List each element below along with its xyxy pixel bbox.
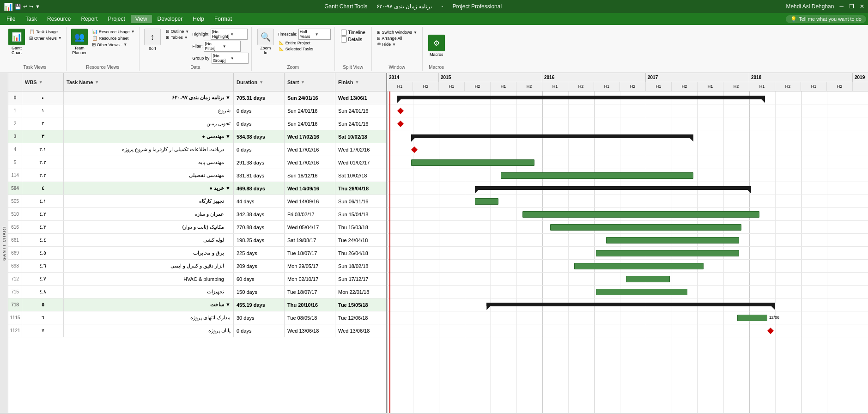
timeline-halves: H1H2H1H2H1H2H1H2H1H2H1H2H1H2H1H2H1H2 [387,82,868,91]
close-btn[interactable]: ✕ [860,3,864,10]
task-row[interactable]: 510 ٤.۲ عمران و سازه 342.38 days Fri 03/… [8,208,386,221]
task-name-header[interactable]: Task Name ▼ [64,73,234,91]
task-row[interactable]: 718 ٥ ▼ ساخت 455.19 days Thu 20/10/16 Tu… [8,298,386,311]
timeline-year: 2019 [853,73,868,82]
task-row[interactable]: 4 ۳.۱ دریافت اطلاعات تکمیلی از کارفرما و… [8,143,386,156]
ribbon-resource-views: 👥 TeamPlanner 📊 Resource Usage ▼ 📋 Resou… [67,27,140,71]
gantt-bar-row [387,247,868,260]
entire-project-btn[interactable]: 📐 Entire Project [278,40,331,46]
task-row[interactable]: 5 ۳.۲ مهندسی پایه 291.38 days Wed 17/02/… [8,156,386,169]
gantt-chart-btn[interactable]: 📊 GanttChart [6,28,27,56]
finish-header[interactable]: Finish ▼ [335,73,386,91]
timescale-combo[interactable]: Half Years▼ [298,29,331,40]
menu-view[interactable]: View [131,15,152,23]
finish-cell: Sun 15/04/18 [335,208,386,220]
finish-cell: Sun 18/02/18 [335,260,386,272]
menu-file[interactable]: File [2,15,20,23]
gantt-bar-row [387,298,868,311]
timeline-check[interactable]: Timeline [341,30,365,36]
menu-report[interactable]: Report [76,15,102,23]
resource-usage-btn[interactable]: 📊 Resource Usage ▼ [91,29,136,35]
gantt-bar-row [387,234,868,247]
row-number: 718 [8,298,22,311]
wbs-header[interactable]: WBS ▼ [22,73,64,91]
gantt-bar-row [387,130,868,143]
menu-task[interactable]: Task [21,15,42,23]
groupby-combo[interactable]: [No Group]▼ [212,53,249,64]
duration-cell: 455.19 days [234,298,285,311]
menu-resource[interactable]: Resource [42,15,75,23]
ribbon-data: ↕ Sort ⊟ Outline ▼ ⊞ Tables ▼ Highlight: [140,27,252,71]
row-number: 712 [8,273,22,285]
resource-views-label: Resource Views [86,64,119,70]
other-views-resource-btn[interactable]: ⊞ Other Views - ▼ [91,42,136,48]
tables-btn[interactable]: ⊞ Tables ▼ [164,35,190,40]
filter-label: Filter: [192,44,203,49]
gantt-task-bar [475,198,499,205]
gantt-milestone [411,146,418,153]
tell-me-text: Tell me what you want to do [799,16,862,22]
hide-btn[interactable]: 👁 Hide ▼ [376,42,397,47]
wbs-cell: ٤.۸ [22,286,64,298]
menu-help[interactable]: Help [188,15,209,23]
finish-cell: Wed 13/06/18 [335,324,386,337]
filter-combo[interactable]: [No Filter]▼ [204,41,241,52]
task-row[interactable]: 1121 ۷ پایان پروژه 0 days Wed 13/06/18 W… [8,324,386,337]
menu-format[interactable]: Format [210,15,237,23]
timeline-half: H1 [749,82,775,91]
timeline-half: H2 [620,82,646,91]
gantt-bar-row [387,221,868,234]
task-row[interactable]: 715 ٤.۸ تجهیزات 150 days Tue 18/07/17 Mo… [8,286,386,298]
task-row[interactable]: 505 ٤.۱ تجهیز کارگاه 44 days Wed 14/09/1… [8,195,386,208]
timeline-half: H1 [594,82,620,91]
task-name-cell: تحویل زمین [64,117,234,130]
zoom-in-btn[interactable]: 🔍 ZoomIn [255,28,276,56]
duration-header[interactable]: Duration ▼ [234,73,285,91]
summary-cap-right [761,99,765,103]
task-row[interactable]: 616 ٤.۳ مکاتیک (ثابت و دوار) 270.88 days… [8,221,386,234]
gantt-bars-area: 12/06 [387,91,868,413]
macros-btn[interactable]: ⚙ Macros [426,34,447,58]
details-checkbox[interactable] [341,37,347,43]
timeline-half: H1 [801,82,827,91]
task-row[interactable]: 1115 ٦ مدارک انتهای پروژه 30 days Tue 08… [8,311,386,324]
task-row[interactable]: 712 ٤.۷ HVAC & plumbing 60 days Mon 02/1… [8,273,386,286]
minimize-btn[interactable]: ─ [839,3,844,10]
finish-cell: Sat 10/02/18 [335,169,386,182]
gantt-bar-row [387,273,868,286]
team-planner-btn[interactable]: 👥 TeamPlanner [69,28,90,56]
task-row[interactable]: 661 ٤.٤ لوله کشی 198.25 days Sat 19/08/1… [8,234,386,247]
timeline-half: H2 [568,82,594,91]
task-row[interactable]: 504 ٤ ▼ خرید ● 469.88 days Wed 14/09/16 … [8,182,386,195]
task-row[interactable]: 2 ۲ تحویل زمین 0 days Sun 24/01/16 Sun 2… [8,117,386,130]
timeline-half: H1 [646,82,672,91]
start-header[interactable]: Start ▼ [285,73,335,91]
task-row[interactable]: 698 ٤.٦ ابزار دقیق و کنترل و ایمنی 209 d… [8,260,386,273]
task-row[interactable]: 114 ۳.۳ مهندسی تفصیلی 331.81 days Sun 18… [8,169,386,182]
task-row[interactable]: 0 • ▼ برنامه زمان بندی ۹۷-۶۲۰ 705.31 day… [8,91,386,104]
task-row[interactable]: 669 ٤.٥ برق و مخابرات 225 days Tue 18/07… [8,247,386,260]
duration-cell: 0 days [234,104,285,117]
menu-project[interactable]: Project [103,15,129,23]
outline-btn[interactable]: ⊟ Outline ▼ [164,29,190,34]
tell-me-box[interactable]: 💡 Tell me what you want to do [786,15,866,23]
selected-tasks-btn[interactable]: 📐 Selected Tasks [278,46,331,52]
other-views-task-btn[interactable]: ⊞ Other Views ▼ [28,35,63,41]
task-row[interactable]: 3 ۳ ▼ مهندسی ● 584.38 days Wed 17/02/16 … [8,130,386,143]
wbs-cell: ۳.۳ [22,169,64,182]
timeline-checkbox[interactable] [341,30,347,36]
details-check[interactable]: Details [341,37,363,43]
task-row[interactable]: 1 ۱ شروع 0 days Sun 24/01/16 Sun 24/01/1… [8,104,386,117]
title-bar: 📊 💾 ↩ ↪ ▼ Gantt Chart Tools برنامه زمان … [0,0,868,13]
duration-cell: 469.88 days [234,182,285,195]
row-number: 114 [8,169,22,182]
start-cell: Sun 18/12/16 [285,169,335,182]
switch-windows-btn[interactable]: ⊞ Switch Windows ▼ [376,30,419,35]
task-usage-btn[interactable]: 📋Task Usage [28,29,63,35]
resource-sheet-btn[interactable]: 📋 Resource Sheet [91,35,136,41]
menu-developer[interactable]: Developer [153,15,188,23]
restore-btn[interactable]: ❐ [849,3,854,10]
highlight-combo[interactable]: [No Highlight]▼ [211,29,248,40]
arrange-all-btn[interactable]: ⊟ Arrange All [376,36,404,41]
sort-btn[interactable]: ↕ Sort [142,28,163,52]
